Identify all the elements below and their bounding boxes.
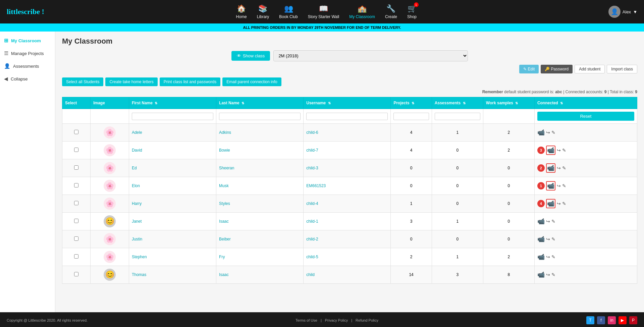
firstname-cell[interactable]: Thomas	[129, 266, 216, 284]
student-checkbox[interactable]	[74, 254, 78, 259]
pinterest-icon[interactable]: P	[629, 316, 637, 324]
firstname-cell[interactable]: Ed	[129, 159, 216, 177]
student-username-link[interactable]: child-3	[306, 166, 318, 170]
student-lastname-link[interactable]: Sheeran	[219, 166, 234, 170]
arrow-icon[interactable]: ↪	[557, 201, 561, 206]
username-cell[interactable]: child-4	[304, 195, 391, 213]
firstname-cell[interactable]: Justin	[129, 230, 216, 248]
student-lastname-link[interactable]: Adkins	[219, 130, 231, 135]
edit-icon[interactable]: ✎	[562, 148, 566, 153]
student-username-link[interactable]: child-6	[306, 130, 318, 135]
sidebar-item-assessments[interactable]: 👤 Assessments	[0, 60, 55, 72]
show-class-button[interactable]: 👁 Show class	[231, 51, 270, 61]
th-worksamples[interactable]: Work samples ⇅	[483, 97, 534, 109]
youtube-icon[interactable]: ▶	[619, 316, 627, 324]
camera-icon[interactable]: 📹	[537, 218, 545, 225]
student-username-link[interactable]: child-2	[306, 237, 318, 241]
filter-projects-input[interactable]	[393, 113, 429, 120]
edit-icon[interactable]: ✎	[551, 130, 555, 135]
arrow-icon[interactable]: ↪	[546, 236, 550, 242]
username-cell[interactable]: child-3	[304, 159, 391, 177]
th-lastname[interactable]: Last Name ⇅	[216, 97, 304, 109]
student-checkbox[interactable]	[74, 183, 78, 187]
student-username-link[interactable]: child	[306, 272, 315, 277]
arrow-icon[interactable]: ↪	[546, 254, 550, 260]
edit-icon[interactable]: ✎	[551, 254, 555, 260]
sidebar-item-manageprojects[interactable]: ☰ Manage Projects	[0, 47, 55, 60]
student-firstname-link[interactable]: Stephen	[132, 255, 147, 259]
firstname-cell[interactable]: Stephen	[129, 248, 216, 266]
camera-icon[interactable]: 📹	[546, 146, 555, 155]
facebook-icon[interactable]: f	[597, 316, 605, 324]
filter-assessments-cell[interactable]	[432, 109, 483, 124]
student-lastname-link[interactable]: Isaac	[219, 219, 229, 224]
th-assessments[interactable]: Assessments ⇅	[432, 97, 483, 109]
lastname-cell[interactable]: Styles	[216, 195, 304, 213]
filter-lastname-cell[interactable]	[216, 109, 304, 124]
edit-icon[interactable]: ✎	[551, 272, 555, 277]
lastname-cell[interactable]: Isaac	[216, 213, 304, 230]
select-cell[interactable]	[62, 177, 91, 195]
nav-shop[interactable]: 🛒 1 Shop	[407, 4, 417, 19]
student-firstname-link[interactable]: Justin	[132, 237, 142, 241]
student-firstname-link[interactable]: Ed	[132, 166, 137, 170]
select-cell[interactable]	[62, 159, 91, 177]
print-class-list-button[interactable]: Print class list and passwords	[160, 77, 220, 86]
filter-assessments-input[interactable]	[435, 113, 480, 120]
arrow-icon[interactable]: ↪	[557, 183, 561, 188]
select-cell[interactable]	[62, 266, 91, 284]
camera-icon[interactable]: 📹	[546, 199, 555, 208]
student-firstname-link[interactable]: Janet	[132, 219, 142, 224]
filter-username-cell[interactable]	[304, 109, 391, 124]
instagram-icon[interactable]: in	[608, 316, 616, 324]
password-button[interactable]: 🔑 Password	[541, 65, 573, 73]
student-username-link[interactable]: child-7	[306, 148, 318, 153]
student-firstname-link[interactable]: Harry	[132, 201, 142, 206]
select-cell[interactable]	[62, 195, 91, 213]
username-cell[interactable]: child-6	[304, 124, 391, 142]
student-firstname-link[interactable]: David	[132, 148, 142, 153]
class-select[interactable]: 2M (2018)	[273, 50, 468, 61]
logo[interactable]: littlescribe !	[7, 7, 44, 16]
student-lastname-link[interactable]: Fry	[219, 255, 225, 259]
th-username[interactable]: Username ⇅	[304, 97, 391, 109]
student-firstname-link[interactable]: Adele	[132, 130, 142, 135]
select-cell[interactable]	[62, 248, 91, 266]
nav-story-starter[interactable]: 📖 Story Starter Wall	[308, 4, 339, 19]
student-firstname-link[interactable]: Thomas	[132, 272, 146, 277]
lastname-cell[interactable]: Musk	[216, 177, 304, 195]
student-checkbox[interactable]	[74, 130, 78, 134]
student-checkbox[interactable]	[74, 272, 78, 276]
select-cell[interactable]	[62, 142, 91, 159]
student-checkbox[interactable]	[74, 148, 78, 152]
filter-lastname-input[interactable]	[219, 113, 301, 120]
student-firstname-link[interactable]: Elon	[132, 183, 140, 188]
firstname-cell[interactable]: Janet	[129, 213, 216, 230]
username-cell[interactable]: child-5	[304, 248, 391, 266]
camera-icon[interactable]: 📹	[537, 271, 545, 278]
lastname-cell[interactable]: Fry	[216, 248, 304, 266]
lastname-cell[interactable]: Adkins	[216, 124, 304, 142]
nav-home[interactable]: 🏠 Home	[236, 4, 247, 19]
filter-projects-cell[interactable]	[391, 109, 432, 124]
student-username-link[interactable]: child-4	[306, 201, 318, 206]
footer-terms-link[interactable]: Terms of Use	[296, 318, 317, 322]
student-checkbox[interactable]	[74, 201, 78, 205]
student-username-link[interactable]: EM661523	[306, 183, 326, 188]
camera-icon[interactable]: 📹	[537, 253, 545, 261]
select-all-button[interactable]: Select all Students	[62, 77, 103, 86]
username-cell[interactable]: child	[304, 266, 391, 284]
camera-icon[interactable]: 📹	[546, 163, 555, 173]
email-parent-button[interactable]: Email parent connection info	[222, 77, 281, 86]
filter-firstname-input[interactable]	[132, 113, 213, 120]
lastname-cell[interactable]: Bowie	[216, 142, 304, 159]
edit-button[interactable]: ✎ Edit	[519, 65, 539, 73]
add-student-button[interactable]: Add student	[575, 65, 605, 73]
filter-firstname-cell[interactable]	[129, 109, 216, 124]
student-lastname-link[interactable]: Musk	[219, 183, 229, 188]
student-username-link[interactable]: child-1	[306, 219, 318, 224]
student-lastname-link[interactable]: Styles	[219, 201, 230, 206]
edit-icon[interactable]: ✎	[551, 236, 555, 242]
import-class-button[interactable]: Import class	[607, 65, 637, 73]
th-firstname[interactable]: First Name ⇅	[129, 97, 216, 109]
